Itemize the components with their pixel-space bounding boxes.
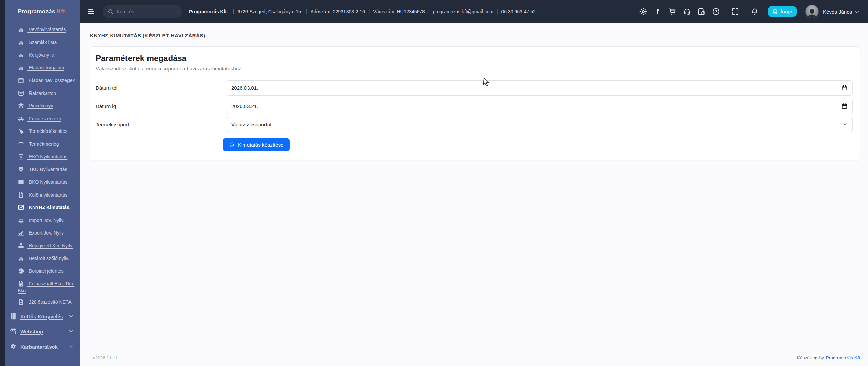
- sidebar-item-eladas-havi-osszegek[interactable]: Eladás havi összegek: [0, 77, 80, 86]
- topbar-cart-button[interactable]: [668, 7, 676, 16]
- topbar-settings-button[interactable]: [639, 7, 647, 16]
- sidebar-item-label: Import Jöv. Nyilv.: [27, 218, 64, 223]
- calendar-icon[interactable]: [841, 103, 848, 109]
- card-subtitle: Válassz időszakot és termékcsoportot a h…: [96, 66, 853, 72]
- chevron-down-icon[interactable]: [843, 122, 848, 127]
- sidebar-nav: VevőnyilvántartásSzámlák listaKer.jöv.ny…: [0, 23, 80, 307]
- sidebar-item-label: Számlák lista: [27, 40, 57, 45]
- chart-line-icon: [18, 204, 24, 211]
- user-name: Kévés János: [823, 9, 852, 15]
- sidebar-item-fuvar-szervezo[interactable]: Fuvar szervező: [0, 115, 80, 124]
- termekcsoport-select[interactable]: Válassz csoportot...: [226, 117, 853, 132]
- topbar-help-button[interactable]: ?: [712, 7, 720, 16]
- file-chart-icon: [18, 299, 24, 305]
- storefront-icon: [9, 328, 17, 335]
- sidebar-item-eko-nyilvantartas[interactable]: EKO Nyilvántartás: [0, 153, 80, 162]
- form-row-termekcsoport: TermékcsoportVálassz csoportot...: [96, 117, 853, 132]
- sidebar-item-ker-jov-nyilv[interactable]: Ker.jöv.nyilv.: [0, 52, 80, 60]
- sidebar-item-borpiaci-jelentes[interactable]: Borpiaci jelentés: [0, 268, 80, 277]
- chevron-down-icon: [68, 344, 74, 349]
- field-label-datum-tol: Dátum tól: [96, 85, 226, 91]
- create-report-button[interactable]: Kimutatás készítése: [223, 138, 290, 151]
- heart-icon: ♥: [814, 355, 817, 361]
- app-logo[interactable]: Programozás Kft.: [0, 0, 80, 23]
- sidebar-item-bko-nyilvantartas[interactable]: BKO Nyilvántartás: [0, 179, 80, 187]
- sidebar-group-webshop[interactable]: Webshop: [0, 326, 80, 337]
- chevron-down-icon: [68, 329, 74, 334]
- chevron-down-icon: [68, 313, 74, 319]
- user-menu[interactable]: Kévés János: [823, 9, 859, 15]
- sidebar-scrollbar[interactable]: [0, 0, 5, 366]
- sidebar-item-vevonyilvantartas[interactable]: Vevőnyilvántartás: [0, 26, 80, 35]
- clipboard-icon: [18, 153, 24, 160]
- sidebar-item-tko-nyilvantartas[interactable]: TKO Nyilvántartás: [0, 166, 80, 175]
- calendar-icon[interactable]: [841, 85, 848, 91]
- file-text-icon: [18, 280, 24, 287]
- forge-badge-label: forge: [780, 9, 792, 14]
- sidebar-item-label: Bejegyzett Ker. Nyilv.: [27, 243, 73, 248]
- bar-chart-icon: [18, 26, 24, 33]
- sidebar-item-import-jov-nyilv[interactable]: Import Jöv. Nyilv.: [0, 217, 80, 226]
- plane-icon: [18, 229, 24, 236]
- sidebar-item-termekertekesites[interactable]: Termékértékesítés: [0, 128, 80, 137]
- sidebar-item-kulonnyilvantartas[interactable]: Különnyilvántartás: [0, 191, 80, 200]
- topbar-facebook-button[interactable]: f: [654, 7, 662, 16]
- company-detail: programozas.kft@gmail.com: [433, 9, 493, 14]
- sidebar-item-j28-osszesito-neta[interactable]: J28 összesítő NETA: [0, 299, 80, 307]
- sidebar-item-bejegyzett-ker-nyilv[interactable]: Bejegyzett Ker. Nyilv.: [0, 242, 80, 251]
- search-box[interactable]: [103, 5, 182, 18]
- sidebar-item-termekmerleg[interactable]: Termékmérleg: [0, 141, 80, 149]
- footer-credit: Készült ♥ by Programozás Kft.: [797, 355, 861, 361]
- form-row-datum-ig: Dátum ig2026.03.21.: [96, 99, 853, 114]
- user-avatar[interactable]: [805, 5, 819, 18]
- sidebar-group-karbantartasok[interactable]: Karbantartások: [0, 342, 80, 352]
- sidebar-item-label: Termékmérleg: [27, 141, 59, 147]
- sidebar-item-szamlak-lista[interactable]: Számlák lista: [0, 39, 80, 48]
- topbar-notifications-button[interactable]: [751, 7, 759, 16]
- bar-chart-icon: [18, 52, 24, 58]
- brand-suffix: Kft.: [57, 8, 66, 15]
- sidebar-item-label: Felhasznált Eko, Tko, Bko: [18, 281, 74, 293]
- company-detail: 06 30 963 47 52: [501, 9, 536, 14]
- topbar-support-button[interactable]: [683, 7, 691, 16]
- sidebar-item-betarolt-szolo-nyilv[interactable]: Betárolt szőlő nyilv.: [0, 255, 80, 264]
- sidebar-group-kettos-konyveles[interactable]: Kettős Könyvelés: [0, 311, 80, 321]
- pie-chart-icon: [18, 268, 24, 274]
- sidebar-item-raktarkarton[interactable]: Raktárkarton: [0, 90, 80, 99]
- forge-badge[interactable]: forge: [768, 6, 797, 17]
- search-input[interactable]: [117, 9, 174, 14]
- credit-by: by: [819, 355, 824, 360]
- layers-icon: [18, 102, 24, 109]
- sidebar-item-knyhz-kimutatas[interactable]: KNYHZ Kimutatás: [0, 204, 80, 213]
- create-report-button-label: Kimutatás készítése: [238, 142, 283, 148]
- field-label-datum-ig: Dátum ig: [96, 103, 226, 109]
- sidebar-item-pincekonyv[interactable]: Pincekönyv: [0, 102, 80, 111]
- datum-tol-input[interactable]: 2026.03.01.: [226, 80, 853, 96]
- sidebar: Programozás Kft. VevőnyilvántartásSzámlá…: [0, 0, 80, 366]
- separator: |: [497, 9, 498, 14]
- hamburger-menu-icon[interactable]: [86, 7, 95, 16]
- shield-check-icon: [18, 166, 24, 173]
- company-detail: Adószám: 22931803-2-16: [311, 9, 365, 14]
- sidebar-item-export-jov-nyilv[interactable]: Export Jöv. Nyilv.: [0, 229, 80, 238]
- company-info: Programozás Kft. |6726 Szeged, Csalogány…: [189, 9, 536, 14]
- sidebar-item-felhasznalt-eko-tko-bko[interactable]: Felhasznált Eko, Tko, Bko: [0, 280, 80, 294]
- sidebar-item-label: Termékértékesítés: [27, 128, 67, 134]
- sidebar-item-eladasi-forgalom[interactable]: Eladási forgalom: [0, 64, 80, 73]
- separator: |: [428, 9, 430, 14]
- company-link[interactable]: Programozás Kft.: [826, 355, 861, 360]
- topbar-fullscreen-button[interactable]: [731, 7, 739, 16]
- form-row-datum-tol: Dátum tól2026.03.01.: [96, 80, 853, 96]
- parameters-card: Paraméterek megadása Válassz időszakot é…: [90, 46, 860, 160]
- separator: |: [369, 9, 370, 14]
- topbar-actions: f?: [639, 7, 759, 16]
- topbar-tasks-button[interactable]: [697, 7, 706, 16]
- company-name: Programozás Kft.: [189, 9, 228, 14]
- datum-ig-input[interactable]: 2026.03.21.: [226, 99, 853, 114]
- brand-name: Programozás: [18, 8, 55, 15]
- gear-solid-icon: [9, 343, 17, 350]
- company-detail: Vámszám: HU12345678: [373, 9, 425, 14]
- sidebar-item-label: Különnyilvántartás: [27, 192, 67, 198]
- field-value: 2026.03.01.: [231, 85, 841, 91]
- separator: |: [306, 9, 307, 14]
